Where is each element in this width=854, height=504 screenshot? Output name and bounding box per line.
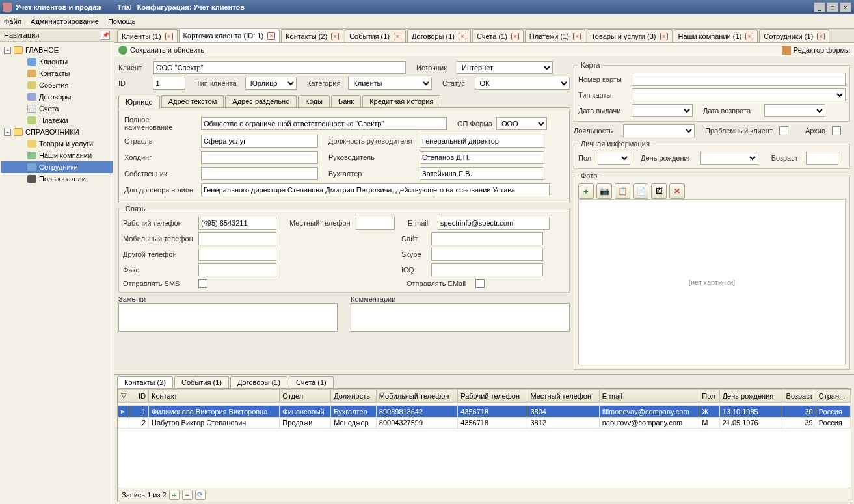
tab-contracts[interactable]: Договоры (1)×	[407, 29, 471, 42]
tab-accounts[interactable]: Счета (1)×	[472, 29, 524, 42]
id-field[interactable]	[153, 77, 185, 90]
col-birth[interactable]: День рождения	[719, 390, 781, 403]
maximize-button[interactable]: □	[827, 2, 838, 12]
close-icon[interactable]: ×	[745, 33, 753, 40]
subtab-addrsplit[interactable]: Адрес раздельно	[225, 95, 297, 107]
close-icon[interactable]: ×	[165, 33, 173, 40]
minimize-button[interactable]: _	[814, 2, 825, 12]
owner-field[interactable]	[201, 167, 318, 180]
other-phone-field[interactable]	[198, 248, 276, 261]
sex-select[interactable]	[598, 152, 630, 165]
send-sms-checkbox[interactable]	[198, 279, 207, 288]
col-email[interactable]: E-mail	[599, 390, 699, 403]
tab-events[interactable]: События (1)×	[345, 29, 406, 42]
col-work[interactable]: Рабочий телефон	[458, 390, 527, 403]
tab-goods[interactable]: Товары и услуги (3)×	[587, 29, 673, 42]
card-type-select[interactable]	[632, 88, 846, 101]
close-icon[interactable]: ×	[573, 33, 581, 40]
return-date[interactable]	[764, 104, 825, 117]
problem-checkbox[interactable]	[779, 126, 788, 135]
mobile-field[interactable]	[198, 232, 276, 245]
menu-help[interactable]: Помощь	[108, 18, 136, 25]
lower-tab-events[interactable]: События (1)	[174, 376, 229, 388]
email-field[interactable]	[438, 217, 550, 230]
close-icon[interactable]: ×	[331, 33, 339, 40]
tree-item-companies[interactable]: Наши компании	[1, 150, 113, 161]
save-button[interactable]: Сохранить и обновить	[118, 46, 204, 55]
fullname-field[interactable]	[201, 117, 447, 130]
send-email-checkbox[interactable]	[475, 279, 485, 288]
col-dept[interactable]: Отдел	[280, 390, 331, 403]
subtab-codes[interactable]: Коды	[298, 95, 330, 107]
tree-item-payments[interactable]: Платежи	[1, 114, 113, 126]
issue-date[interactable]	[632, 104, 693, 117]
type-select[interactable]: Юрлицо	[245, 77, 297, 90]
subtab-credit[interactable]: Кредитная история	[362, 95, 440, 107]
camera-button[interactable]: 📷	[596, 183, 612, 199]
tab-employees[interactable]: Сотрудники (1)×	[759, 29, 829, 42]
tab-payments[interactable]: Платежи (1)×	[525, 29, 585, 42]
comments-field[interactable]	[351, 303, 570, 332]
card-number-field[interactable]	[632, 73, 846, 86]
icq-field[interactable]	[431, 263, 543, 276]
source-select[interactable]: Интернет	[457, 61, 553, 74]
tree-item-events[interactable]: События	[1, 79, 113, 91]
opform-select[interactable]: ООО	[496, 117, 547, 130]
industry-field[interactable]	[201, 135, 318, 148]
work-phone-field[interactable]	[198, 217, 276, 230]
tree-item-accounts[interactable]: Счета	[1, 103, 113, 114]
paste-button[interactable]: 📋	[615, 183, 630, 199]
close-button[interactable]: ✕	[840, 2, 851, 12]
accountant-field[interactable]	[420, 167, 544, 180]
close-icon[interactable]: ×	[267, 32, 275, 40]
category-select[interactable]: Клиенты	[348, 77, 432, 90]
tab-contacts[interactable]: Контакты (2)×	[281, 29, 343, 42]
tab-companies[interactable]: Наши компании (1)×	[674, 29, 758, 42]
fax-field[interactable]	[198, 263, 276, 276]
col-contact[interactable]: Контакт	[149, 390, 280, 403]
close-icon[interactable]: ×	[511, 33, 519, 40]
subtab-legal[interactable]: Юрлицо	[118, 96, 160, 108]
holding-field[interactable]	[201, 151, 318, 164]
table-row[interactable]: ▸1Филимонова Виктория ВикторовнаФинансов…	[118, 406, 851, 418]
form-editor-button[interactable]: Редактор формы	[782, 46, 850, 55]
lower-tab-contacts[interactable]: Контакты (2)	[117, 376, 173, 388]
loyalty-select[interactable]	[623, 124, 695, 137]
col-id[interactable]: ID	[129, 390, 149, 403]
collapse-icon[interactable]: −	[4, 129, 11, 136]
tree-item-goods[interactable]: Товары и услуги	[1, 138, 113, 150]
view-button[interactable]: 🖼	[651, 183, 667, 199]
close-icon[interactable]: ×	[660, 33, 668, 40]
tree-item-contacts[interactable]: Контакты	[1, 68, 113, 79]
col-age[interactable]: Возраст	[781, 390, 816, 403]
copy-button[interactable]: 📄	[633, 183, 648, 199]
subtab-bank[interactable]: Банк	[331, 95, 361, 107]
delete-photo-button[interactable]: ✕	[669, 183, 685, 199]
refresh-button[interactable]: ⟳	[195, 490, 206, 500]
status-select[interactable]: OK	[475, 77, 570, 90]
tree-item-contracts[interactable]: Договоры	[1, 91, 113, 103]
notes-field[interactable]	[118, 303, 338, 332]
local-phone-field[interactable]	[356, 217, 395, 230]
tree-group-main[interactable]: − ГЛАВНОЕ	[1, 44, 113, 56]
col-local[interactable]: Местный телефон	[527, 390, 599, 403]
delete-row-button[interactable]: −	[182, 490, 193, 500]
lower-tab-accounts[interactable]: Счета (1)	[289, 376, 334, 388]
close-icon[interactable]: ×	[817, 33, 825, 40]
head-field[interactable]	[420, 151, 544, 164]
add-photo-button[interactable]: ＋	[578, 183, 594, 199]
contacts-grid[interactable]: ▽ ID Контакт Отдел Должность Мобильный т…	[117, 388, 851, 488]
age-field[interactable]	[806, 152, 838, 165]
col-pos[interactable]: Должность	[331, 390, 377, 403]
pin-icon[interactable]: 📌	[101, 31, 110, 40]
site-field[interactable]	[431, 232, 543, 245]
skype-field[interactable]	[431, 248, 543, 261]
tree-item-employees[interactable]: Сотрудники	[1, 161, 113, 173]
subtab-addrtext[interactable]: Адрес текстом	[161, 95, 224, 107]
collapse-icon[interactable]: −	[4, 47, 11, 54]
tree-group-ref[interactable]: − СПРАВОЧНИКИ	[1, 126, 113, 138]
col-filter[interactable]: ▽	[118, 390, 129, 403]
table-row[interactable]: 2Набутов Виктор СтепановичПродажиМенедже…	[118, 418, 851, 429]
tree-item-users[interactable]: Пользователи	[1, 173, 113, 185]
tab-client-card[interactable]: Карточка клиента (ID: 1)×	[179, 29, 280, 42]
